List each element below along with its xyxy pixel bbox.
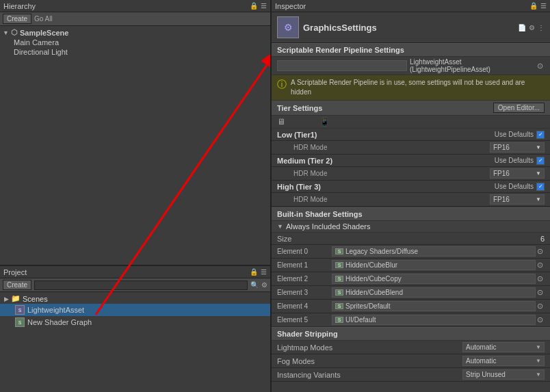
tier-med-hdr-arrow: ▼ xyxy=(536,170,541,177)
project-header: Project 🔒 ☰ xyxy=(0,266,270,278)
shader-element-2-select[interactable]: ⊙ xyxy=(536,274,545,283)
tier-low-label: Low (Tier1) xyxy=(277,131,387,139)
fog-modes-dropdown[interactable]: Automatic ▼ xyxy=(462,356,545,366)
instancing-variants-val: Strip Unused xyxy=(466,371,506,378)
tier-low-hdr-value: FP16 ▼ xyxy=(387,142,545,153)
tier-med-hdr-value: FP16 ▼ xyxy=(387,168,545,179)
gear-icon: ⚙ xyxy=(529,24,535,31)
shader-element-1-field[interactable]: S Hidden/CubeBlur xyxy=(332,260,536,270)
srp-section-header: Scriptable Render Pipeline Settings xyxy=(272,43,550,57)
tier-low-hdr-row: HDR Mode FP16 ▼ xyxy=(272,141,550,155)
shader-element-3-select[interactable]: ⊙ xyxy=(536,288,545,297)
shader-element-4-value: Sprites/Default xyxy=(345,302,391,310)
project-panel: Project 🔒 ☰ Create 🔍 ⚙ ▶ 📁 Scenes xyxy=(0,265,270,392)
fog-modes-val: Automatic xyxy=(466,357,496,365)
scenes-folder[interactable]: ▶ 📁 Scenes xyxy=(0,293,270,304)
always-included-header: ▼ Always Included Shaders xyxy=(272,221,550,233)
tier-low-checkbox[interactable]: ✓ xyxy=(536,131,545,139)
project-search-input[interactable] xyxy=(34,280,248,290)
shader-s-badge-3: S xyxy=(335,289,343,296)
inspector-panel: Inspector 🔒 ☰ ⚙ GraphicsSettings 📄 ⚙ ⋮ S… xyxy=(271,0,550,392)
shader-element-2-field[interactable]: S Hidden/CubeCopy xyxy=(332,274,536,284)
hierarchy-item-camera[interactable]: Main Camera xyxy=(0,38,270,47)
shader-element-0-select[interactable]: ⊙ xyxy=(536,247,545,256)
tier-high-hdr-arrow: ▼ xyxy=(536,196,541,202)
hierarchy-header-icons: 🔒 ☰ xyxy=(250,2,267,10)
fog-dropdown-arrow: ▼ xyxy=(536,358,541,364)
instancing-dropdown-arrow: ▼ xyxy=(536,371,541,378)
fog-modes-row: Fog Modes Automatic ▼ xyxy=(272,354,550,368)
inspector-header-buttons: 🔒 ☰ xyxy=(529,2,547,10)
shader-element-4-label: Element 4 xyxy=(277,302,332,310)
srp-asset-input[interactable] xyxy=(277,60,407,71)
instancing-variants-row: Instancing Variants Strip Unused ▼ xyxy=(272,368,550,382)
shader-element-5-field[interactable]: S UI/Default xyxy=(332,315,536,325)
shader-element-3-field[interactable]: S Hidden/CubeBlend xyxy=(332,287,536,298)
tier-med-hdr-dropdown[interactable]: FP16 ▼ xyxy=(490,168,545,179)
tier-low-hdr-arrow: ▼ xyxy=(536,144,541,151)
instancing-variants-dropdown[interactable]: Strip Unused ▼ xyxy=(462,369,545,380)
lightmap-modes-dropdown[interactable]: Automatic ▼ xyxy=(462,342,545,352)
scene-icon: ⬡ xyxy=(11,28,18,37)
srp-field-select-button[interactable]: ⊙ xyxy=(536,62,545,70)
new-shader-graph-item[interactable]: S New Shader Graph xyxy=(0,316,270,328)
shader-size-label: Size xyxy=(277,235,387,243)
tier-med-checkbox[interactable]: ✓ xyxy=(536,157,545,165)
menu-icon: ☰ xyxy=(261,2,267,10)
tier-low-defaults: Use Defaults ✓ xyxy=(387,131,545,139)
shader-element-0-field[interactable]: S Legacy Shaders/Diffuse xyxy=(332,246,536,257)
tier-high-hdr-val: FP16 xyxy=(493,196,510,203)
hierarchy-content: ▼ ⬡ SampleScene Main Camera Directional … xyxy=(0,26,270,265)
tier-med-label: Medium (Tier 2) xyxy=(277,157,387,165)
shader-element-4-select[interactable]: ⊙ xyxy=(536,302,545,311)
shader-element-4: Element 4 S Sprites/Default ⊙ xyxy=(272,300,550,313)
lock-icon: 🔒 xyxy=(250,2,258,10)
lightweight-asset-item[interactable]: S LightweightAsset xyxy=(0,304,270,316)
go-all-label: Go All xyxy=(34,15,53,23)
hierarchy-item-light[interactable]: Directional Light xyxy=(0,47,270,57)
scene-name: SampleScene xyxy=(20,29,69,37)
tier-low-hdr-dropdown[interactable]: FP16 ▼ xyxy=(490,142,545,153)
shader-element-5-select[interactable]: ⊙ xyxy=(536,315,545,324)
lock2-icon: 🔒 xyxy=(529,2,538,10)
project-create-button[interactable]: Create xyxy=(3,280,31,290)
hierarchy-panel: Hierarchy 🔒 ☰ Create Go All ▼ ⬡ SampleSc… xyxy=(0,0,270,265)
hierarchy-create-button[interactable]: Create xyxy=(3,14,31,24)
shader-size-value-container: 6 xyxy=(387,235,545,243)
tier-high-hdr-row: HDR Mode FP16 ▼ xyxy=(272,193,550,207)
shader-element-5-label: Element 5 xyxy=(277,316,332,324)
doc-icon: 📄 xyxy=(518,24,526,31)
tier-med-hdr-val: FP16 xyxy=(493,170,510,177)
tier-high-hdr-value: FP16 ▼ xyxy=(387,194,545,205)
shader-element-5: Element 5 S UI/Default ⊙ xyxy=(272,313,550,327)
project-content: ▶ 📁 Scenes S LightweightAsset S New Shad… xyxy=(0,292,270,392)
shader-element-2: Element 2 S Hidden/CubeCopy ⊙ xyxy=(272,272,550,286)
open-editor-button[interactable]: Open Editor... xyxy=(493,103,545,113)
tier-med-hdr-label: HDR Mode xyxy=(277,170,387,177)
shader-size-row: Size 6 xyxy=(272,233,550,245)
shader-element-1-value: Hidden/CubeBlur xyxy=(345,261,397,269)
shader-graph-icon: S xyxy=(15,317,25,327)
shader-element-0-value: Legacy Shaders/Diffuse xyxy=(345,248,418,255)
tier-high-checkbox[interactable]: ✓ xyxy=(536,183,545,191)
tier-high-hdr-dropdown[interactable]: FP16 ▼ xyxy=(490,194,545,205)
tier-high-hdr-label: HDR Mode xyxy=(277,196,387,203)
warning-icon: ⓘ xyxy=(277,79,287,91)
fog-modes-label: Fog Modes xyxy=(277,357,387,365)
shader-element-1-select[interactable]: ⊙ xyxy=(536,261,545,270)
always-included-arrow: ▼ xyxy=(277,223,283,230)
shader-s-badge-5: S xyxy=(335,317,343,323)
tier-low-use-defaults: Use Defaults xyxy=(495,131,534,138)
inspector-header: Inspector 🔒 ☰ xyxy=(272,0,550,12)
shader-element-1: Element 1 S Hidden/CubeBlur ⊙ xyxy=(272,259,550,272)
scene-root-item[interactable]: ▼ ⬡ SampleScene xyxy=(0,27,270,38)
shader-s-badge-0: S xyxy=(335,248,343,254)
srp-info-text: A Scriptable Render Pipeline is in use, … xyxy=(291,78,545,97)
tier-low-hdr-val: FP16 xyxy=(493,144,510,151)
tier-med-defaults: Use Defaults ✓ xyxy=(387,157,545,165)
project-lock-icon: 🔒 xyxy=(250,268,258,276)
shader-s-badge-4: S xyxy=(335,303,343,309)
shader-element-4-field[interactable]: S Sprites/Default xyxy=(332,301,536,311)
tier-med-row: Medium (Tier 2) Use Defaults ✓ xyxy=(272,155,550,167)
shader-s-badge-2: S xyxy=(335,276,343,282)
